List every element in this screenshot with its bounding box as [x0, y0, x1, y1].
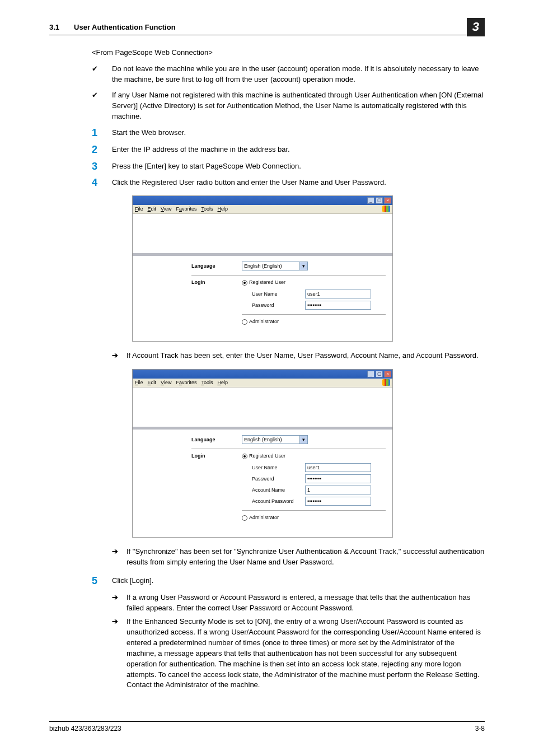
check-icon: ✔: [92, 90, 112, 122]
username-label: User Name: [252, 464, 305, 472]
check-text: If any User Name not registered with thi…: [112, 90, 485, 122]
dropdown-icon: ▾: [299, 436, 307, 444]
footer-left: bizhub 423/363/283/223: [49, 724, 121, 734]
step-text: Click the Registered User radio button a…: [112, 178, 485, 189]
username-input[interactable]: [305, 463, 371, 472]
arrow-icon: ➔: [112, 592, 127, 614]
sub-text: If "Synchronize" has been set for "Synch…: [127, 547, 485, 568]
sub-text: If Account Track has been set, enter the…: [127, 351, 485, 361]
menu-file[interactable]: File: [135, 379, 143, 386]
administrator-radio[interactable]: [242, 515, 247, 521]
step-number: 2: [92, 144, 112, 156]
subsection-title: <From PageScope Web Connection>: [92, 48, 485, 58]
step-number: 1: [92, 128, 112, 139]
chapter-tab: 3: [467, 18, 485, 36]
step-text: Click [Login].: [112, 576, 485, 587]
section-number: 3.1: [49, 22, 59, 33]
footer-right: 3-8: [475, 724, 485, 734]
menu-favorites[interactable]: Favorites: [176, 379, 196, 386]
maximize-icon[interactable]: ▢: [376, 197, 383, 204]
language-label: Language: [191, 263, 242, 270]
dropdown-icon: ▾: [299, 262, 307, 270]
step-number: 3: [92, 161, 112, 172]
administrator-radio[interactable]: [242, 319, 247, 325]
menu-tools[interactable]: Tools: [201, 379, 213, 386]
login-label: Login: [191, 452, 242, 460]
menu-view[interactable]: View: [161, 206, 171, 213]
windows-flag-icon: [382, 206, 390, 212]
menu-help[interactable]: Help: [217, 379, 228, 386]
check-icon: ✔: [92, 64, 112, 85]
section-title: User Authentication Function: [74, 22, 176, 33]
arrow-icon: ➔: [112, 617, 127, 690]
close-icon[interactable]: ×: [384, 371, 391, 377]
language-select[interactable]: English (English)▾: [242, 262, 308, 270]
administrator-label: Administrator: [249, 514, 279, 521]
username-label: User Name: [252, 291, 305, 298]
step-number: 4: [92, 178, 112, 189]
password-input[interactable]: [305, 301, 371, 310]
minimize-icon[interactable]: _: [367, 197, 374, 204]
registered-user-label: Registered User: [249, 452, 285, 460]
password-label: Password: [252, 302, 305, 309]
account-password-input[interactable]: [305, 497, 371, 506]
screenshot-login-account: _ ▢ × File Edit View Favorites Tools Hel…: [132, 369, 393, 538]
maximize-icon[interactable]: ▢: [376, 371, 383, 377]
browser-menubar: File Edit View Favorites Tools Help: [133, 379, 392, 388]
menu-help[interactable]: Help: [217, 206, 228, 213]
sub-text: If a wrong User Password or Account Pass…: [127, 592, 485, 614]
step-text: Start the Web browser.: [112, 128, 485, 139]
menu-favorites[interactable]: Favorites: [176, 206, 196, 213]
arrow-icon: ➔: [112, 547, 127, 568]
menu-tools[interactable]: Tools: [201, 206, 213, 213]
browser-menubar: File Edit View Favorites Tools Help: [133, 205, 392, 214]
window-titlebar: _ ▢ ×: [133, 196, 392, 205]
password-label: Password: [252, 475, 305, 483]
account-password-label: Account Password: [252, 498, 305, 505]
registered-user-radio[interactable]: [242, 454, 247, 459]
minimize-icon[interactable]: _: [367, 371, 374, 377]
menu-file[interactable]: File: [135, 206, 143, 213]
step-number: 5: [92, 576, 112, 587]
windows-flag-icon: [382, 379, 390, 386]
check-text: Do not leave the machine while you are i…: [112, 64, 485, 85]
registered-user-radio[interactable]: [242, 280, 247, 286]
step-text: Enter the IP address of the machine in t…: [112, 144, 485, 156]
language-select[interactable]: English (English)▾: [242, 435, 308, 444]
username-input[interactable]: [305, 290, 371, 298]
account-name-label: Account Name: [252, 487, 305, 494]
arrow-icon: ➔: [112, 351, 127, 361]
registered-user-label: Registered User: [249, 279, 285, 286]
account-name-input[interactable]: [305, 486, 371, 494]
window-titlebar: _ ▢ ×: [133, 370, 392, 379]
menu-edit[interactable]: Edit: [148, 206, 157, 213]
password-input[interactable]: [305, 474, 371, 483]
login-label: Login: [191, 279, 242, 286]
menu-view[interactable]: View: [161, 379, 171, 386]
close-icon[interactable]: ×: [384, 197, 391, 204]
language-label: Language: [191, 436, 242, 444]
menu-edit[interactable]: Edit: [148, 379, 157, 386]
screenshot-login-basic: _ ▢ × File Edit View Favorites Tools Hel…: [132, 195, 393, 342]
sub-text: If the Enhanced Security Mode is set to …: [127, 617, 485, 690]
administrator-label: Administrator: [249, 318, 279, 325]
step-text: Press the [Enter] key to start PageScope…: [112, 161, 485, 172]
